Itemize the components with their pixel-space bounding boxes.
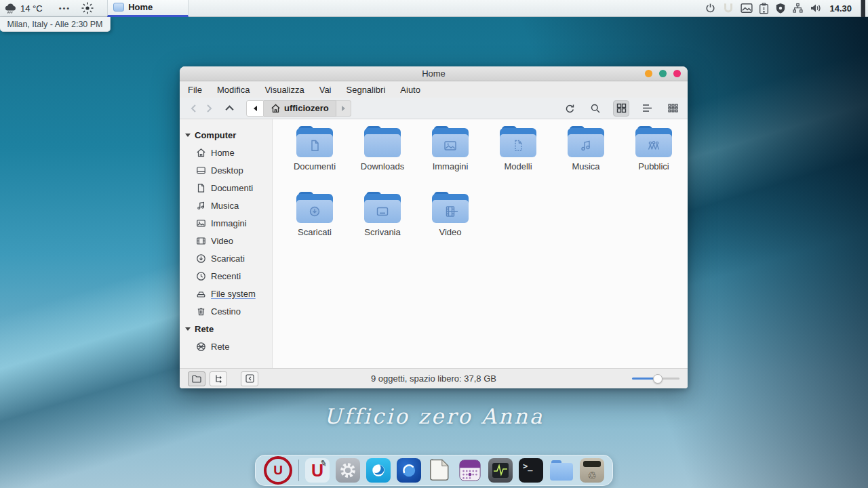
toolbar-view-controls — [561, 100, 681, 117]
slider-handle[interactable] — [653, 374, 663, 384]
list-view-button[interactable] — [639, 100, 655, 117]
panel-more-icon[interactable]: ••• — [59, 4, 71, 12]
trash-icon[interactable]: ♲ — [580, 458, 604, 483]
sidebar-item-file-system[interactable]: File system — [180, 285, 272, 302]
shield-icon[interactable] — [775, 3, 786, 14]
system-monitor-icon[interactable] — [488, 458, 513, 483]
image-icon — [196, 218, 206, 228]
document-icon — [196, 183, 206, 193]
home-icon — [271, 104, 281, 113]
text-editor-icon[interactable] — [427, 458, 452, 483]
sidebar-item-home[interactable]: Home — [180, 144, 272, 161]
network-icon[interactable] — [792, 3, 804, 14]
video-icon — [196, 236, 206, 246]
maximize-button[interactable] — [659, 70, 667, 77]
drive-icon — [196, 289, 206, 299]
close-button[interactable] — [673, 70, 681, 77]
menu-aiuto[interactable]: Aiuto — [400, 85, 420, 95]
desktop-icon — [196, 165, 206, 176]
web-browser-icon[interactable] — [366, 458, 391, 483]
menu-segnalibri[interactable]: Segnalibri — [347, 85, 386, 95]
breadcrumb-back-button[interactable] — [246, 100, 264, 117]
back-button[interactable] — [186, 101, 201, 116]
image-viewer-icon[interactable] — [741, 3, 753, 14]
ufficiozero-launcher-icon[interactable]: U — [264, 456, 292, 485]
document-glyph-icon — [307, 138, 322, 153]
folder-icon — [296, 126, 333, 157]
film-glyph-icon — [443, 204, 458, 219]
brightness-icon[interactable] — [80, 1, 95, 16]
file-row: Scaricati Scrivania — [281, 192, 688, 237]
menu-visualizza[interactable]: Visualizza — [264, 85, 304, 95]
sidebar-item-scaricati[interactable]: Scaricati — [180, 249, 272, 267]
taskbar-item-home[interactable]: Home — [107, 0, 189, 17]
folder-musica[interactable]: Musica — [552, 126, 620, 171]
menubar: File Modifica Visualizza Vai Segnalibri … — [180, 81, 688, 98]
sidebar-item-cestino[interactable]: Cestino — [180, 302, 272, 320]
sidebar-section-rete[interactable]: Rete — [180, 320, 272, 338]
volume-icon[interactable] — [810, 3, 822, 14]
show-desktop-button[interactable] — [861, 0, 865, 17]
compact-view-button[interactable] — [665, 100, 681, 117]
terminal-icon[interactable]: >_ — [519, 458, 543, 483]
file-list: Documenti Downloads — [273, 119, 688, 368]
clock-label[interactable]: 14.30 — [829, 3, 852, 14]
pen-icon: ✎ — [319, 458, 328, 469]
folder-downloads[interactable]: Downloads — [349, 126, 416, 171]
icon-view-button[interactable] — [613, 100, 629, 117]
window-titlebar[interactable]: Home — [180, 66, 688, 81]
menu-vai[interactable]: Vai — [319, 85, 332, 95]
desktop: 14 °C ••• Home — [0, 0, 868, 488]
folder-icon — [568, 126, 604, 157]
folder-immagini[interactable]: Immagini — [416, 126, 484, 171]
mail-app-icon[interactable] — [397, 458, 421, 483]
menu-file[interactable]: File — [188, 85, 202, 95]
folder-icon — [364, 192, 401, 223]
folder-documenti[interactable]: Documenti — [281, 126, 349, 171]
folder-icon — [432, 192, 469, 223]
clock-icon — [196, 271, 206, 281]
clipboard-alert-icon[interactable] — [759, 3, 769, 14]
globe-icon — [196, 342, 206, 352]
folder-video[interactable]: Video — [416, 192, 484, 237]
dock-separator — [298, 460, 299, 481]
download-icon — [196, 253, 206, 264]
sidebar-item-rete[interactable]: Rete — [180, 338, 272, 355]
folder-scrivania[interactable]: Scrivania — [349, 192, 416, 237]
folder-scaricati[interactable]: Scaricati — [281, 192, 349, 237]
rain-cloud-icon — [4, 2, 18, 14]
minimize-button[interactable] — [645, 70, 652, 77]
folder-pubblici[interactable]: Pubblici — [620, 126, 688, 171]
calendar-icon[interactable] — [458, 458, 482, 483]
file-manager-icon[interactable] — [549, 458, 574, 483]
sidebar-item-immagini[interactable]: Immagini — [180, 214, 272, 232]
sidebar: Computer Home Desktop — [180, 119, 273, 368]
sidebar-item-documenti[interactable]: Documenti — [180, 179, 272, 197]
reload-icon[interactable] — [561, 100, 578, 117]
folder-modelli[interactable]: Modelli — [484, 126, 552, 171]
up-button[interactable] — [222, 101, 237, 116]
sidebar-item-desktop[interactable]: Desktop — [180, 161, 272, 179]
settings-icon[interactable] — [336, 458, 360, 483]
temperature-label: 14 °C — [20, 3, 43, 14]
music-glyph-icon — [578, 138, 593, 153]
music-note-icon — [196, 201, 206, 211]
search-icon[interactable] — [587, 100, 604, 117]
breadcrumb-forward-button[interactable] — [336, 100, 351, 117]
menu-modifica[interactable]: Modifica — [217, 85, 250, 95]
sidebar-item-musica[interactable]: Musica — [180, 197, 272, 214]
sidebar-item-recenti[interactable]: Recenti — [180, 267, 272, 285]
ufficiozero-u-icon[interactable] — [722, 2, 734, 14]
weather-widget[interactable]: 14 °C — [0, 2, 52, 14]
people-glyph-icon — [646, 138, 662, 153]
wallpaper-watermark: Ufficio zero Anna — [0, 404, 868, 428]
file-row: Documenti Downloads — [281, 126, 688, 171]
breadcrumb-home-segment[interactable]: ufficiozero — [264, 100, 336, 117]
sidebar-section-computer[interactable]: Computer — [180, 126, 272, 144]
power-icon[interactable] — [705, 3, 716, 14]
status-text: 9 oggetti, spazio libero: 37,8 GB — [180, 373, 688, 384]
zoom-slider[interactable] — [632, 374, 679, 384]
forward-button[interactable] — [201, 101, 216, 116]
writer-app-icon[interactable]: U ✎ — [305, 458, 330, 483]
sidebar-item-video[interactable]: Video — [180, 232, 272, 249]
